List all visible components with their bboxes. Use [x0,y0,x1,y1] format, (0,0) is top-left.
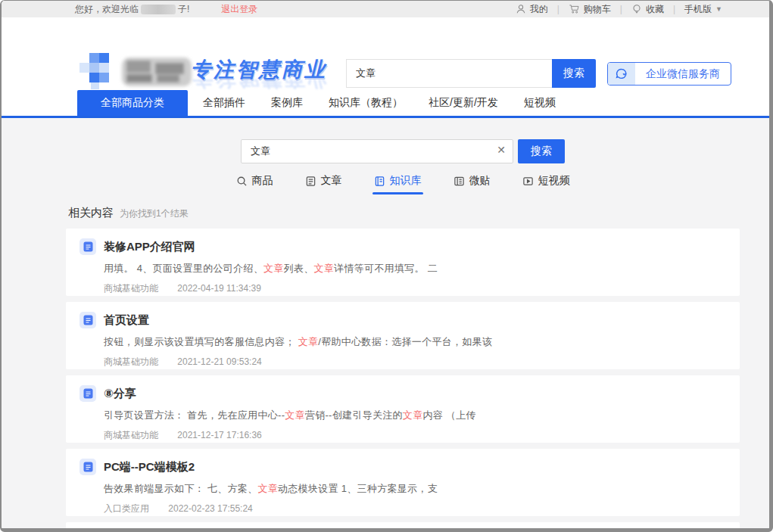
tab-knowledge-label: 知识库 [390,174,422,188]
result-title[interactable]: 装修APP介绍官网 [104,240,195,254]
document-icon [79,459,96,475]
result-meta: 商城基础功能 2022-04-19 11:34:39 [104,282,725,295]
header-search: 搜索 [346,59,596,88]
result-title[interactable]: ⑧分享 [104,387,136,401]
tab-shortvideo-label: 短视频 [538,174,570,188]
search-icon [236,176,248,187]
divider: | [557,4,559,14]
tab-articles-label: 文章 [321,174,342,188]
header-search-input[interactable] [346,59,552,88]
topbar-links: 我的 | 购物车 | 收藏 | 手机版 ▼ [516,3,722,16]
caret-down-icon: ▼ [715,5,722,13]
clear-icon[interactable]: ✕ [497,145,506,155]
divider: | [620,4,622,14]
tab-weitie[interactable]: 微贴 [454,174,491,189]
article-icon [305,176,316,187]
top-utility-bar: 您好，欢迎光临子! 退出登录 我的 | 购物车 | 收藏 | 手机版 ▼ [2,1,769,17]
result-card[interactable]: 装修APP介绍官网 用填。 4、页面设置里的公司介绍、文章列表、文章详情等可不用… [66,229,740,296]
knowledge-icon [374,176,385,187]
tab-goods[interactable]: 商品 [236,174,273,189]
result-card[interactable]: PC端--前端页面 [66,522,740,532]
tab-articles[interactable]: 文章 [305,174,342,189]
result-search-input[interactable] [241,139,513,163]
result-title-row: PC端--PC端模板2 [79,459,725,475]
tab-knowledge[interactable]: 知识库 [374,174,422,189]
results-heading: 相关内容 [68,206,114,220]
result-meta: 商城基础功能 2021-12-17 17:16:36 [104,429,725,442]
result-card[interactable]: PC端--PC端模板2 告效果前端显示如下： 七、方案、文章动态模块设置 1、三… [66,449,740,516]
result-time: 2021-12-17 17:16:36 [177,430,261,440]
logout-link[interactable]: 退出登录 [221,3,257,16]
result-snippet: 用填。 4、页面设置里的公司介绍、文章列表、文章详情等可不用填写。 二 [104,262,725,275]
result-title-row: 装修APP介绍官网 [79,238,725,255]
browser-page: 您好，欢迎光临子! 退出登录 我的 | 购物车 | 收藏 | 手机版 ▼ [0,0,773,532]
favorite-icon [631,4,642,14]
result-category: 入口类应用 [104,503,149,514]
document-icon [79,385,96,402]
divider: | [673,4,675,14]
result-title[interactable]: 首页设置 [104,313,149,328]
brand-tagline: 专注智慧商业 专注智慧商业 [191,59,327,89]
nav-item-knowledge[interactable]: 知识库（教程） [329,96,403,110]
result-search-button[interactable]: 搜索 [518,139,565,163]
result-meta: 入口类应用 2022-02-23 17:55:24 [104,502,725,515]
post-icon [454,176,465,187]
result-category: 商城基础功能 [104,356,158,367]
logo-plus-mosaic [79,53,109,89]
cart-link[interactable]: 购物车 [569,3,611,16]
header-search-button[interactable]: 搜索 [552,59,596,88]
result-title-row: ⑧分享 [79,385,725,402]
nav-items: 全部插件 案例库 知识库（教程） 社区/更新/开发 短视频 [203,90,556,116]
favorites-link[interactable]: 收藏 [631,3,664,16]
results-header: 相关内容 为你找到1个结果 [66,206,740,220]
mobile-version-label: 手机版 [684,3,712,16]
welcome-suffix: 子! [178,3,189,16]
result-card[interactable]: 首页设置 按钮，则显示该设置填写的客服信息内容； 文章/帮助中心数据：选择一个平… [66,302,740,369]
welcome-area: 您好，欢迎光临子! 退出登录 [75,3,257,16]
nav-item-shortvideo[interactable]: 短视频 [524,96,556,110]
tab-shortvideo[interactable]: 短视频 [522,174,570,189]
result-title-row: 首页设置 [79,312,725,328]
result-card[interactable]: ⑧分享 引导页设置方法： 首先，先在应用中心--文章营销--创建引导关注的文章内… [66,375,740,443]
document-icon [79,312,96,328]
username-blurred [141,5,176,14]
result-snippet: 引导页设置方法： 首先，先在应用中心--文章营销--创建引导关注的文章内容 （上… [104,409,725,422]
result-time: 2022-04-19 11:34:39 [177,283,261,294]
site-logo[interactable] [79,53,195,94]
document-icon [79,238,96,255]
user-icon [516,4,526,14]
logo-name-blurred [122,58,192,86]
result-meta: 商城基础功能 2021-12-21 09:53:24 [104,356,725,369]
cart-icon [569,4,580,14]
my-account-label: 我的 [530,3,548,16]
my-account-link[interactable]: 我的 [516,3,548,16]
nav-item-cases[interactable]: 案例库 [271,96,303,110]
result-title[interactable]: PC端--PC端模板2 [104,460,195,474]
wecom-chat-icon [608,63,635,85]
result-snippet: 按钮，则显示该设置填写的客服信息内容； 文章/帮助中心数据：选择一个平台，如果该 [104,335,725,349]
tab-weitie-label: 微贴 [469,174,491,188]
nav-item-community[interactable]: 社区/更新/开发 [429,96,498,110]
all-categories-button[interactable]: 全部商品分类 [77,90,188,116]
nav-item-plugins[interactable]: 全部插件 [203,96,245,110]
search-results-page: ✕ 搜索 商品 文章 知识库 微贴 [2,118,769,530]
wecom-button-label: 企业微信服务商 [635,63,731,85]
result-category: 商城基础功能 [104,283,158,294]
result-category: 商城基础功能 [104,430,158,440]
main-nav: 全部商品分类 全部插件 案例库 知识库（教程） 社区/更新/开发 短视频 [2,90,769,118]
site-header: 专注智慧商业 专注智慧商业 搜索 企业微信服务商 [2,17,769,90]
mobile-version-menu[interactable]: 手机版 ▼ [684,3,722,16]
result-list: 装修APP介绍官网 用填。 4、页面设置里的公司介绍、文章列表、文章详情等可不用… [66,229,740,532]
tagline-reflection: 专注智慧商业 [191,79,327,89]
results-count: 为你找到1个结果 [120,207,189,220]
result-time: 2021-12-21 09:53:24 [177,356,261,367]
result-time: 2022-02-23 17:55:24 [168,503,252,514]
welcome-text: 您好，欢迎光临 [75,3,139,16]
tab-goods-label: 商品 [252,174,273,188]
cart-label: 购物车 [584,3,611,16]
result-type-tabs: 商品 文章 知识库 微贴 短视频 [66,174,740,189]
result-search-bar: ✕ 搜索 [66,139,740,163]
result-snippet: 告效果前端显示如下： 七、方案、文章动态模块设置 1、三种方案显示，支 [104,482,725,496]
wecom-service-button[interactable]: 企业微信服务商 [607,62,731,86]
favorites-label: 收藏 [646,3,664,16]
